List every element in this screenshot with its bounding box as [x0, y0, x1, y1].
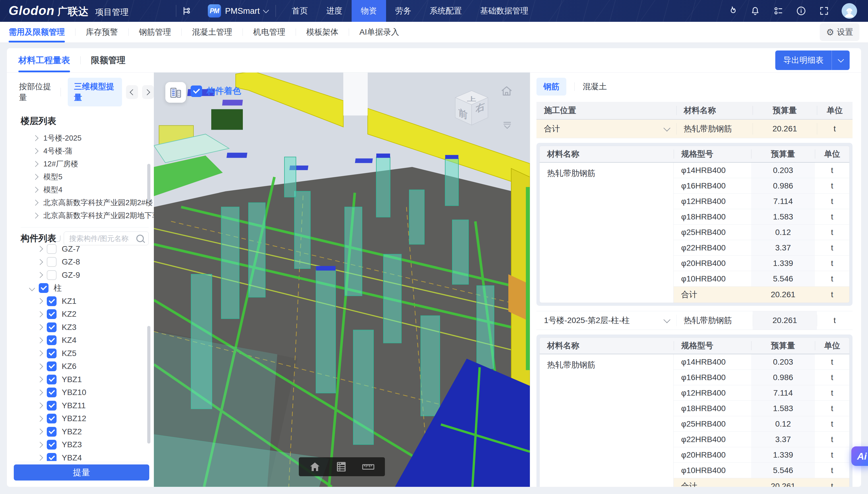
subnav-item-6[interactable]: 模板架体	[306, 22, 338, 42]
component-item[interactable]: KZ6	[14, 360, 154, 373]
checkbox[interactable]	[47, 427, 57, 437]
cube-face-top[interactable]: 上	[467, 96, 477, 102]
subnav-item-3[interactable]: 钢筋管理	[139, 22, 171, 42]
chevron-down-icon[interactable]	[663, 316, 670, 323]
component-item[interactable]: YBZ11	[14, 399, 154, 412]
nav-item-1[interactable]: 首页	[283, 0, 317, 22]
checkbox[interactable]	[47, 244, 57, 254]
location-cell[interactable]: 1号楼-2025-第2层-柱-柱	[536, 311, 676, 330]
checkbox[interactable]	[190, 86, 202, 97]
scrollbar-thumb[interactable]	[147, 164, 150, 201]
chevron-right-icon[interactable]	[37, 337, 43, 343]
info-icon[interactable]	[796, 5, 807, 16]
tab-rebar[interactable]: 钢筋	[536, 78, 566, 96]
checkbox[interactable]	[47, 348, 57, 358]
apps-icon[interactable]	[773, 5, 783, 16]
chevron-right-icon[interactable]	[33, 213, 38, 218]
component-item[interactable]: GZ-9	[14, 268, 154, 282]
checkbox[interactable]	[47, 322, 57, 332]
tab-concrete[interactable]: 混凝土	[583, 81, 607, 92]
chevron-right-icon[interactable]	[33, 148, 38, 154]
checkbox[interactable]	[47, 375, 57, 384]
component-item[interactable]: GZ-8	[14, 255, 154, 269]
checkbox[interactable]	[47, 414, 57, 423]
chevron-right-icon[interactable]	[37, 311, 43, 317]
model-list-button[interactable]	[165, 82, 186, 103]
chevron-right-icon[interactable]	[37, 416, 43, 422]
chevron-right-icon[interactable]	[37, 402, 43, 408]
tab-material-quantity[interactable]: 材料工程量表	[18, 48, 70, 72]
component-item[interactable]: YBZ12	[14, 412, 154, 425]
subnav-item-2[interactable]: 库存预警	[86, 22, 118, 42]
nav-item-4[interactable]: 劳务	[386, 0, 421, 22]
floor-item[interactable]: 1号楼-2025	[14, 132, 154, 145]
app-switcher[interactable]: PM PMSmart	[208, 4, 268, 18]
floor-item[interactable]: 4号楼-蒲	[14, 145, 154, 157]
nav-item-2[interactable]: 进度	[317, 0, 352, 22]
chevron-right-icon[interactable]	[33, 161, 38, 167]
home-tool-icon[interactable]	[309, 461, 321, 472]
scrollbar-thumb[interactable]	[147, 326, 150, 443]
chevron-right-icon[interactable]	[37, 376, 43, 382]
checkbox[interactable]	[47, 270, 57, 280]
chevron-right-icon[interactable]	[37, 455, 43, 461]
chevron-right-icon[interactable]	[37, 259, 43, 265]
mode-by-part[interactable]: 按部位提量	[19, 81, 54, 103]
subnav-item-1[interactable]: 需用及限额管理	[8, 22, 65, 42]
floor-item[interactable]: 模型5	[14, 170, 154, 183]
component-item[interactable]: KZ5	[14, 347, 154, 360]
next-button[interactable]	[142, 85, 154, 99]
collapse-icon[interactable]	[502, 121, 513, 131]
chevron-right-icon[interactable]	[37, 272, 43, 278]
list-tool-icon[interactable]	[336, 461, 347, 472]
component-item[interactable]: YBZ2	[14, 425, 154, 438]
shading-toggle[interactable]: 构件着色	[190, 85, 241, 97]
subnav-item-4[interactable]: 混凝土管理	[192, 22, 232, 42]
checkbox[interactable]	[47, 296, 57, 306]
checkbox[interactable]	[47, 309, 57, 319]
measure-tool-icon[interactable]	[362, 461, 374, 472]
location-cell[interactable]: 合计	[536, 120, 676, 138]
avatar[interactable]	[842, 3, 857, 19]
component-item[interactable]: YBZ10	[14, 386, 154, 399]
search-input[interactable]	[69, 234, 136, 243]
summary-row[interactable]: 1号楼-2025-第2层-柱-柱 热轧带肋钢筋 20.261 t	[536, 311, 852, 330]
export-detail-button[interactable]: 导出明细表	[775, 51, 850, 70]
component-item[interactable]: YBZ3	[14, 438, 154, 452]
checkbox[interactable]	[47, 401, 57, 411]
export-label[interactable]: 导出明细表	[775, 51, 832, 70]
floor-item[interactable]: 模型4	[14, 183, 154, 196]
chevron-down-icon[interactable]	[29, 285, 35, 291]
checkbox[interactable]	[47, 257, 57, 267]
chevron-right-icon[interactable]	[33, 187, 38, 193]
component-item[interactable]: YBZ4	[14, 451, 154, 461]
floor-item[interactable]: 北京高新数字科技产业园2期地下车库人防	[14, 209, 154, 222]
chevron-right-icon[interactable]	[33, 200, 38, 206]
chevron-right-icon[interactable]	[37, 390, 43, 396]
tab-quota-management[interactable]: 限额管理	[91, 48, 126, 72]
chevron-down-icon[interactable]	[663, 125, 670, 131]
component-item[interactable]: YBZ1	[14, 373, 154, 386]
mode-3d-model[interactable]: 三维模型提量	[68, 78, 122, 107]
prev-button[interactable]	[126, 85, 138, 99]
checkbox[interactable]	[47, 453, 57, 461]
fullscreen-icon[interactable]	[819, 5, 830, 16]
nav-item-6[interactable]: 基础数据管理	[471, 0, 538, 22]
component-item[interactable]: 柱	[14, 282, 154, 295]
chevron-right-icon[interactable]	[37, 324, 43, 330]
home-view-icon[interactable]	[501, 85, 513, 98]
checkbox[interactable]	[47, 361, 57, 371]
nav-item-3[interactable]: 物资	[352, 0, 386, 22]
view-cube[interactable]: 上 前 右	[447, 84, 496, 132]
chevron-right-icon[interactable]	[33, 174, 38, 180]
floor-item[interactable]: 12#厂房楼	[14, 157, 154, 170]
bell-icon[interactable]	[750, 5, 761, 16]
chevron-right-icon[interactable]	[37, 246, 43, 252]
chevron-right-icon[interactable]	[37, 298, 43, 304]
settings-button[interactable]: ⚙ 设置	[820, 23, 860, 41]
subnav-item-7[interactable]: AI单据录入	[359, 22, 399, 42]
checkbox[interactable]	[39, 283, 49, 293]
chevron-right-icon[interactable]	[37, 429, 43, 435]
extract-quantity-button[interactable]: 提量	[14, 464, 149, 480]
checkbox[interactable]	[47, 335, 57, 345]
